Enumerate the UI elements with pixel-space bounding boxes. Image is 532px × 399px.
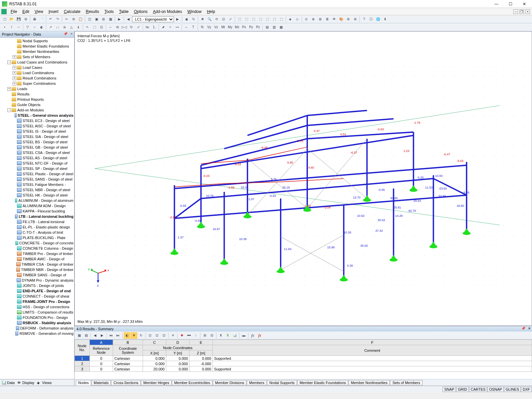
menu-options[interactable]: Options [131,9,150,15]
prev-lc-icon[interactable]: ◀ [125,16,132,23]
member-icon[interactable]: / [8,24,15,31]
menu-calculate[interactable]: Calculate [61,9,83,15]
tree-item[interactable]: TIMBER CSA - Design of timber [0,262,74,267]
tree-item[interactable]: EL-PL - Elastic-plastic design [0,224,74,230]
tree-item[interactable]: LTB - Lateral-torsional buckling [0,214,74,219]
tree-item[interactable]: END-PLATE - Design of end [0,288,74,294]
rt-grid1-icon[interactable]: ⊞ [201,332,208,339]
results-tab-member-eccentricities[interactable]: Member Eccentricities [172,380,212,385]
results-tab-members[interactable]: Members [247,380,267,385]
tree-item[interactable]: Nodal Supports [0,38,74,44]
vy-icon[interactable]: Vy [206,24,212,31]
menu-tools[interactable]: Tools [102,9,116,15]
selwin-icon[interactable]: ⬚ [91,24,98,31]
rt-icon-1[interactable]: ▦ [76,332,82,339]
tree-item[interactable]: +Loads [0,86,74,91]
window3-icon[interactable]: ⊞ [100,16,107,23]
tree-item[interactable]: Member Elastic Foundations [0,44,74,49]
maximize-button[interactable]: ☐ [505,1,516,7]
rt-export-icon[interactable]: ⬆ [217,332,224,339]
ml-icon[interactable]: ⇊ [61,24,68,31]
new-icon[interactable]: ▢ [1,16,8,23]
results-tab-member-nonlinearities[interactable]: Member Nonlinearities [348,380,390,385]
iso-icon[interactable]: ◈ [287,16,294,23]
rt-c-icon[interactable]: ⊡ [161,332,167,339]
tree-item[interactable]: TIMBER AWC - Design of [0,256,74,262]
cut-icon[interactable]: ✂ [63,16,70,23]
tree-item[interactable]: STEEL CSA - Design of steel [0,150,74,155]
status-grid[interactable]: GRID [456,387,469,392]
results-tab-materials[interactable]: Materials [91,380,111,385]
rt-fx-icon[interactable]: fx [249,332,256,339]
tree-item[interactable]: STEEL IS - Design of steel [0,129,74,134]
tree-item[interactable]: STEEL NTC-DF - Design of [0,161,74,166]
view6-icon[interactable]: ⬚ [271,16,278,23]
status-dxf[interactable]: DXF [521,387,532,392]
dim-icon[interactable]: ↔ [183,24,190,31]
ll-icon[interactable]: ↓↓ [54,24,61,31]
grid-icon[interactable]: ⊞ [317,16,324,23]
tree-item[interactable]: STEEL GB - Design of steel [0,145,74,150]
results-tab-member-hinges[interactable]: Member Hinges [141,380,172,385]
tree-item[interactable]: Guide Objects [0,102,74,107]
minimize-button[interactable]: — [491,1,502,7]
loadcase-combo[interactable]: LC1 - Eigengewicht [132,16,174,22]
nav-tab-display[interactable]: 👁Display [17,381,34,385]
renum-icon[interactable]: 1. [151,24,158,31]
tree-item[interactable]: KAPPA - Flexural buckling [0,208,74,214]
tree-item[interactable]: STEEL SP - Design of steel [0,166,74,171]
status-glines[interactable]: GLINES [504,387,521,392]
rt-fx2-icon[interactable]: fx [256,332,263,339]
copy-icon[interactable]: ⧉ [70,16,77,23]
support-icon[interactable]: ▽ [24,24,31,31]
vz-icon[interactable]: Vz [213,24,219,31]
osnap-icon[interactable]: ⊕ [310,16,317,23]
model-viewport[interactable]: Internal Forces M-y [kNm] CO2 : 1.35*LF1… [74,31,532,326]
tree-item[interactable]: PLATE-BUCKLING - Plate [0,235,74,240]
menu-edit[interactable]: Edit [20,9,32,15]
results-tab-cross-sections[interactable]: Cross-Sections [111,380,141,385]
zoomall-icon[interactable]: ⤢ [227,16,234,23]
tree-item[interactable]: ALUMINUM - Design of aluminum [0,198,74,203]
move2-icon[interactable]: ↔ [107,24,114,31]
results-grid[interactable]: Node No.ABCDEFReference NodeCoordinate S… [74,339,532,379]
py-icon[interactable]: Py [248,24,254,31]
tree-item[interactable]: STEEL SIA - Design of steel [0,134,74,139]
results-pin-icon[interactable]: 📌 [521,327,525,330]
results-tab-sets-of-members[interactable]: Sets of Members [390,380,422,385]
view3-icon[interactable]: ⬚ [250,16,257,23]
rt-last-icon[interactable]: ⏭ [115,332,121,339]
tree-item[interactable]: +Load Combinations [0,70,74,75]
release-icon[interactable]: ◐ [38,24,45,31]
open-icon[interactable]: 📂 [8,16,15,23]
diagram1-icon[interactable]: ▤ [264,24,270,31]
snap-icon[interactable]: ⊙ [303,16,310,23]
view7-icon[interactable]: ⬚ [278,16,285,23]
navigator-tree[interactable]: Nodal SupportsMember Elastic Foundations… [0,38,74,379]
tree-item[interactable]: JOINTS - Design of joints [0,283,74,288]
rt-grid2-icon[interactable]: ⊟ [208,332,215,339]
rt-excel-icon[interactable]: X [224,332,231,339]
options-icon[interactable]: ⚙ [352,16,358,23]
mt-icon[interactable]: Mt [220,24,226,31]
divide-icon[interactable]: ÷ [167,24,174,31]
mdi-close-icon[interactable]: × [525,9,530,14]
results-close-icon[interactable]: ✕ [528,327,531,330]
tree-item[interactable]: CONCRETE - Design of concrete [0,240,74,246]
results-anim-icon[interactable]: ↻ [190,16,197,23]
select-icon[interactable]: ↖ [84,24,91,31]
rt-sort-icon[interactable]: ↕ [193,332,199,339]
close-button[interactable]: ✕ [519,1,530,7]
info-icon[interactable]: ⓘ [368,16,374,23]
persp-icon[interactable]: ◇ [294,16,301,23]
tree-item[interactable]: CONCRETE Columns - Design [0,246,74,251]
tree-item[interactable]: FOUNDATION Pro - Design [0,315,74,320]
rotate-icon[interactable]: ⟲ [213,16,220,23]
rt-color-icon[interactable]: ▬ [240,332,247,339]
rt-del-icon[interactable]: ✕ [170,332,176,339]
num-icon[interactable]: № [144,24,151,31]
tree-item[interactable]: Printout Reports [0,97,74,102]
connect-icon[interactable]: ⊶ [174,24,181,31]
results-on-icon[interactable]: ◉ [183,16,190,23]
copy2-icon[interactable]: ⧉ [114,24,121,31]
